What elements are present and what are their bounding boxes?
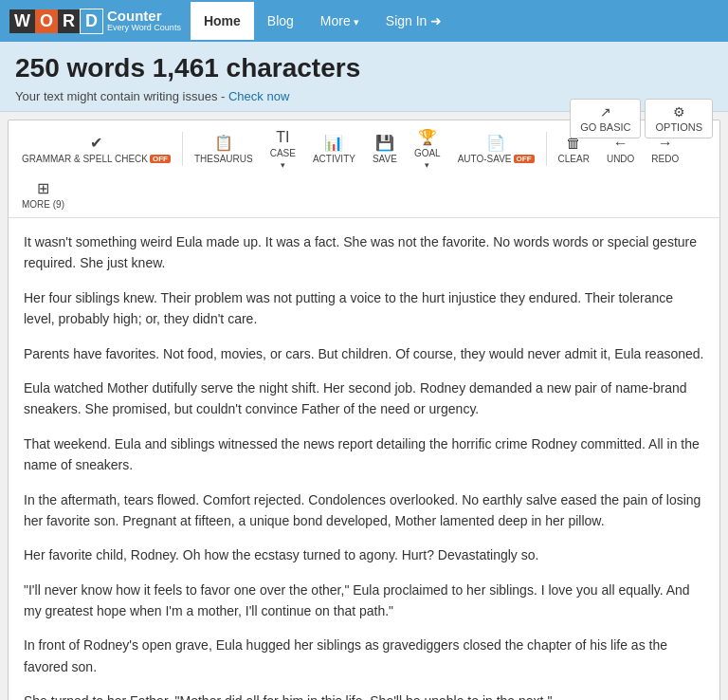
grammar-label: GRAMMAR & SPELL CHECK bbox=[22, 154, 148, 164]
go-basic-label: GO BASIC bbox=[580, 121, 630, 133]
paragraph-4: Eula watched Mother dutifully serve the … bbox=[24, 378, 704, 420]
clear-label: CLEAR bbox=[558, 154, 590, 164]
logo-text: Counter Every Word Counts bbox=[107, 9, 181, 33]
book-icon: 📋 bbox=[214, 134, 233, 152]
options-label: OPTIONS bbox=[655, 121, 702, 133]
paragraph-2: Her four siblings knew. Their problem wa… bbox=[24, 287, 704, 330]
warning-text: Your text might contain writing issues - bbox=[15, 89, 228, 103]
go-basic-button[interactable]: ↗ GO BASIC bbox=[570, 99, 641, 138]
redo-label: REDO bbox=[651, 154, 679, 164]
autosave-badge: OFF bbox=[514, 155, 535, 163]
external-link-icon: ↗ bbox=[600, 104, 611, 120]
logo-o: O bbox=[35, 9, 58, 33]
divider-1 bbox=[182, 132, 183, 166]
options-button[interactable]: ⚙ OPTIONS bbox=[645, 99, 713, 138]
grid-icon: ⊞ bbox=[37, 179, 49, 197]
logo-subtitle: Every Word Counts bbox=[107, 24, 181, 33]
paragraph-7: Her favorite child, Rodney. Oh how the e… bbox=[24, 544, 704, 565]
logo-title: Counter bbox=[107, 8, 162, 24]
nav-blog[interactable]: Blog bbox=[254, 2, 307, 40]
activity-button[interactable]: 📊 ACTIVITY bbox=[305, 130, 363, 168]
goal-label: GOAL bbox=[414, 148, 441, 158]
more-button[interactable]: ⊞ MORE (9) bbox=[14, 175, 72, 213]
logo-w: W bbox=[9, 9, 35, 33]
save-icon: 💾 bbox=[375, 134, 394, 152]
paragraph-1: It wasn't something weird Eula made up. … bbox=[24, 231, 704, 274]
autosave-label-row: AUTO-SAVE OFF bbox=[458, 154, 535, 164]
logo-d: D bbox=[80, 9, 103, 34]
bar-chart-icon: 📊 bbox=[324, 134, 343, 152]
grammar-badge: OFF bbox=[150, 155, 171, 163]
stats-actions: ↗ GO BASIC ⚙ OPTIONS bbox=[570, 99, 713, 138]
nav-signin[interactable]: Sign In ➜ bbox=[373, 2, 455, 40]
trophy-icon: 🏆 bbox=[418, 128, 437, 146]
logo-r: R bbox=[58, 9, 80, 33]
main-header: W O R D Counter Every Word Counts Home B… bbox=[0, 0, 728, 42]
save-button[interactable]: 💾 SAVE bbox=[365, 130, 405, 168]
grammar-spell-button[interactable]: ✔ GRAMMAR & SPELL CHECK OFF bbox=[14, 130, 178, 168]
paragraph-8: "I'll never know how it feels to favor o… bbox=[24, 580, 704, 622]
case-button[interactable]: TI CASE bbox=[263, 125, 303, 174]
save-label: SAVE bbox=[373, 154, 397, 164]
autosave-label: AUTO-SAVE bbox=[458, 154, 512, 164]
case-icon: TI bbox=[276, 129, 289, 146]
autosave-button[interactable]: 📄 AUTO-SAVE OFF bbox=[450, 130, 542, 168]
goal-button[interactable]: 🏆 GOAL bbox=[407, 124, 448, 174]
more-label: MORE (9) bbox=[22, 199, 64, 210]
editor[interactable]: It wasn't something weird Eula made up. … bbox=[9, 218, 719, 700]
case-label: CASE bbox=[270, 148, 296, 158]
paragraph-5: That weekend. Eula and siblings witnesse… bbox=[24, 433, 704, 476]
nav-home[interactable]: Home bbox=[191, 2, 254, 40]
check-now-link[interactable]: Check now bbox=[228, 89, 289, 103]
nav: Home Blog More Sign In ➜ bbox=[191, 2, 455, 40]
logo-letters: W O R D bbox=[9, 9, 103, 34]
paragraph-3: Parents have favorites. Not food, movies… bbox=[24, 343, 704, 364]
paragraph-9: In front of Rodney's open grave, Eula hu… bbox=[24, 635, 704, 677]
logo: W O R D Counter Every Word Counts bbox=[9, 9, 181, 34]
grammar-label-row: GRAMMAR & SPELL CHECK OFF bbox=[22, 154, 171, 164]
gear-icon: ⚙ bbox=[673, 104, 685, 120]
thesaurus-label: THESAURUS bbox=[194, 154, 253, 164]
thesaurus-button[interactable]: 📋 THESAURUS bbox=[187, 130, 261, 168]
stats-bar-wrapper: 250 words 1,461 characters Your text mig… bbox=[0, 42, 728, 112]
divider-2 bbox=[546, 132, 547, 166]
activity-label: ACTIVITY bbox=[313, 154, 355, 164]
paragraph-10: She turned to her Father. "Mother did al… bbox=[24, 691, 704, 700]
undo-label: UNDO bbox=[607, 154, 634, 164]
paragraph-6: In the aftermath, tears flowed. Comfort … bbox=[24, 489, 704, 532]
checkmark-icon: ✔ bbox=[90, 134, 102, 152]
stats-title: 250 words 1,461 characters bbox=[15, 53, 713, 83]
main-container: ✔ GRAMMAR & SPELL CHECK OFF 📋 THESAURUS … bbox=[8, 120, 720, 700]
nav-more[interactable]: More bbox=[307, 2, 373, 40]
autosave-icon: 📄 bbox=[486, 134, 505, 152]
